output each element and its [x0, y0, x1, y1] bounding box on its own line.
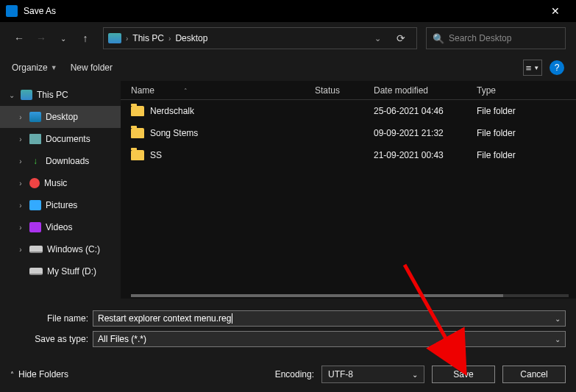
col-type[interactable]: Type — [477, 85, 496, 96]
sidebar-item-pictures[interactable]: Pictures — [0, 194, 121, 216]
pc-icon — [21, 90, 32, 100]
videos-icon — [29, 222, 41, 232]
window-title: Save As — [24, 6, 541, 16]
saveastype-label: Save as type: — [10, 334, 93, 344]
pc-icon — [108, 33, 121, 43]
footer: ˄ Hide Folders Encoding: UTF-8 ⌄ Save Ca… — [0, 357, 576, 392]
music-icon — [29, 178, 40, 188]
refresh-icon[interactable]: ⟳ — [390, 32, 412, 44]
sidebar-item-this-pc[interactable]: This PC — [0, 84, 121, 106]
encoding-label: Encoding: — [275, 369, 314, 379]
chevron-down-icon[interactable]: ⌄ — [555, 335, 561, 343]
chevron-right-icon[interactable] — [16, 135, 25, 143]
sidebar: This PC Desktop Documents ↓ Downloads Mu… — [0, 81, 121, 299]
chevron-right-icon[interactable] — [16, 157, 25, 165]
chevron-up-icon: ˄ — [10, 371, 14, 379]
cancel-button[interactable]: Cancel — [502, 366, 566, 383]
address-dropdown-icon[interactable]: ⌄ — [370, 34, 385, 43]
address-bar[interactable]: › This PC › Desktop ⌄ ⟳ — [103, 27, 417, 49]
chevron-down-icon: ▼ — [51, 64, 57, 71]
fields: File name: Restart explorer context menu… — [0, 299, 576, 353]
folder-icon — [131, 128, 144, 138]
drive-icon — [29, 268, 43, 275]
forward-button[interactable]: → — [32, 29, 50, 47]
new-folder-button[interactable]: New folder — [71, 63, 113, 73]
chevron-down-icon: ⌄ — [412, 371, 418, 379]
toolbar: Organize ▼ New folder ≡ ▼ ? — [0, 54, 576, 81]
search-icon: 🔍 — [433, 33, 444, 44]
filename-input[interactable]: Restart explorer context menu.reg ⌄ — [93, 310, 566, 327]
search-input[interactable]: 🔍 Search Desktop — [426, 27, 566, 49]
folder-icon — [131, 150, 144, 160]
table-row[interactable]: Song Stems 09-09-2021 21:32 File folder — [121, 122, 576, 144]
recent-dropdown[interactable]: ⌄ — [54, 29, 72, 47]
breadcrumb-root[interactable]: This PC — [132, 33, 164, 43]
sidebar-item-downloads[interactable]: ↓ Downloads — [0, 150, 121, 172]
column-headers[interactable]: Name˄ Status Date modified Type — [121, 81, 576, 100]
search-placeholder: Search Desktop — [449, 33, 511, 43]
chevron-right-icon[interactable] — [16, 224, 25, 232]
chevron-right-icon: › — [126, 35, 128, 43]
chevron-right-icon[interactable] — [16, 202, 25, 210]
col-status[interactable]: Status — [315, 85, 340, 96]
col-date[interactable]: Date modified — [374, 85, 428, 96]
app-icon — [6, 5, 18, 17]
chevron-right-icon[interactable] — [16, 246, 25, 254]
close-icon[interactable]: ✕ — [541, 5, 570, 17]
breadcrumb-current[interactable]: Desktop — [175, 33, 207, 43]
documents-icon — [29, 134, 41, 144]
pictures-icon — [29, 200, 41, 210]
scrollbar[interactable] — [131, 294, 569, 297]
chevron-down-icon[interactable]: ⌄ — [555, 315, 561, 323]
chevron-down-icon[interactable] — [7, 91, 16, 99]
organize-button[interactable]: Organize ▼ — [12, 63, 57, 73]
table-row[interactable]: Nerdschalk 25-06-2021 04:46 File folder — [121, 100, 576, 122]
chevron-right-icon[interactable] — [16, 179, 25, 188]
titlebar: Save As ✕ — [0, 0, 576, 22]
table-row[interactable]: SS 21-09-2021 00:43 File folder — [121, 144, 576, 166]
sort-asc-icon: ˄ — [184, 88, 188, 95]
nav-row: ← → ⌄ ↑ › This PC › Desktop ⌄ ⟳ 🔍 Search… — [0, 22, 576, 54]
sidebar-item-desktop[interactable]: Desktop — [0, 106, 121, 128]
drive-icon — [29, 246, 43, 253]
sidebar-item-drive-d[interactable]: My Stuff (D:) — [0, 260, 121, 282]
folder-icon — [131, 106, 144, 116]
sidebar-item-music[interactable]: Music — [0, 172, 121, 194]
back-button[interactable]: ← — [10, 29, 28, 47]
save-button[interactable]: Save — [432, 366, 495, 383]
up-button[interactable]: ↑ — [77, 29, 94, 47]
downloads-icon: ↓ — [29, 156, 41, 166]
desktop-icon — [29, 112, 41, 122]
saveastype-select[interactable]: All Files (*.*) ⌄ — [93, 331, 566, 347]
sidebar-item-documents[interactable]: Documents — [0, 128, 121, 150]
sidebar-item-videos[interactable]: Videos — [0, 216, 121, 238]
sidebar-item-drive-c[interactable]: Windows (C:) — [0, 238, 121, 260]
chevron-right-icon[interactable] — [16, 113, 25, 121]
filename-label: File name: — [10, 313, 93, 324]
hide-folders-button[interactable]: ˄ Hide Folders — [10, 369, 68, 379]
file-list: Name˄ Status Date modified Type Nerdscha… — [121, 81, 576, 299]
encoding-select[interactable]: UTF-8 ⌄ — [321, 366, 424, 383]
chevron-right-icon: › — [168, 35, 171, 43]
save-as-dialog: Save As ✕ ← → ⌄ ↑ › This PC › Desktop ⌄ … — [0, 0, 576, 392]
view-button[interactable]: ≡ ▼ — [523, 60, 542, 76]
col-name[interactable]: Name — [131, 85, 154, 96]
help-icon[interactable]: ? — [550, 60, 564, 75]
